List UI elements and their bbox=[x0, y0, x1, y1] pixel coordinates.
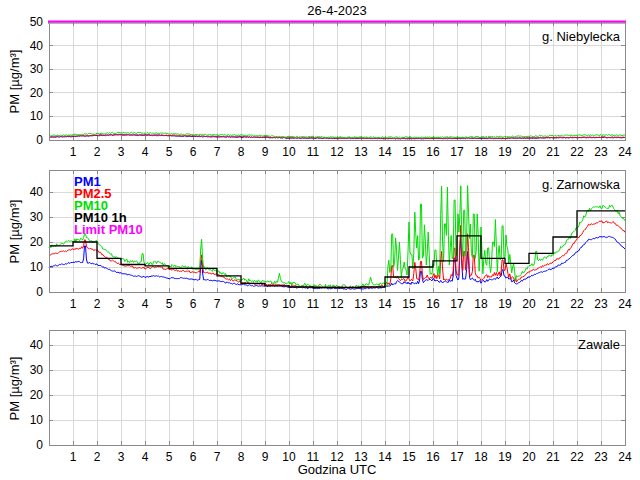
x-tick-label: 22 bbox=[565, 297, 589, 311]
x-tick-label: 23 bbox=[589, 145, 613, 159]
x-tick-label: 18 bbox=[469, 145, 493, 159]
x-tick-label: 5 bbox=[157, 297, 181, 311]
x-tick-label: 24 bbox=[613, 450, 637, 464]
x-tick-label: 10 bbox=[277, 297, 301, 311]
x-tick-label: 5 bbox=[157, 145, 181, 159]
x-tick-label: 12 bbox=[325, 450, 349, 464]
x-tick-label: 11 bbox=[301, 450, 325, 464]
x-tick-label: 23 bbox=[589, 297, 613, 311]
x-tick-label: 13 bbox=[349, 450, 373, 464]
x-tick-label: 21 bbox=[541, 297, 565, 311]
station-label-g-niebylecka: g. Niebylecka bbox=[542, 29, 620, 44]
x-tick-label: 17 bbox=[445, 145, 469, 159]
x-tick-label: 5 bbox=[157, 450, 181, 464]
x-tick-label: 4 bbox=[133, 145, 157, 159]
x-tick-label: 15 bbox=[397, 450, 421, 464]
x-tick-label: 18 bbox=[469, 297, 493, 311]
chart-title: 26-4-2023 bbox=[257, 3, 417, 18]
x-tick-label: 3 bbox=[109, 297, 133, 311]
x-tick-label: 7 bbox=[205, 145, 229, 159]
x-tick-label: 7 bbox=[205, 297, 229, 311]
x-tick-label: 24 bbox=[613, 297, 637, 311]
x-tick-label: 11 bbox=[301, 145, 325, 159]
x-tick-label: 2 bbox=[85, 450, 109, 464]
x-tick-label: 1 bbox=[61, 297, 85, 311]
x-tick-label: 20 bbox=[517, 450, 541, 464]
x-tick-label: 18 bbox=[469, 450, 493, 464]
x-tick-label: 1 bbox=[61, 450, 85, 464]
x-tick-label: 17 bbox=[445, 297, 469, 311]
x-tick-label: 6 bbox=[181, 145, 205, 159]
x-tick-label: 22 bbox=[565, 450, 589, 464]
x-tick-label: 12 bbox=[325, 145, 349, 159]
x-tick-label: 14 bbox=[373, 297, 397, 311]
x-tick-label: 24 bbox=[613, 145, 637, 159]
x-tick-label: 9 bbox=[253, 297, 277, 311]
x-tick-label: 1 bbox=[61, 145, 85, 159]
x-tick-label: 4 bbox=[133, 450, 157, 464]
x-tick-label: 20 bbox=[517, 297, 541, 311]
x-tick-label: 9 bbox=[253, 145, 277, 159]
x-tick-label: 3 bbox=[109, 450, 133, 464]
x-tick-label: 17 bbox=[445, 450, 469, 464]
x-tick-label: 10 bbox=[277, 450, 301, 464]
legend-item-limit-pm10: Limit PM10 bbox=[74, 224, 143, 236]
x-tick-label: 14 bbox=[373, 450, 397, 464]
station-label-g-zarnowska: g. Zarnowska bbox=[542, 177, 620, 192]
x-tick-label: 22 bbox=[565, 145, 589, 159]
x-tick-label: 19 bbox=[493, 145, 517, 159]
y-axis-label: PM [µg/m³] bbox=[7, 162, 22, 302]
air-quality-figure: 26-4-2023 Godzina UTC 010203040501234567… bbox=[0, 0, 640, 480]
y-axis-label: PM [µg/m³] bbox=[7, 318, 22, 458]
x-tick-label: 7 bbox=[205, 450, 229, 464]
x-tick-label: 16 bbox=[421, 450, 445, 464]
x-tick-label: 13 bbox=[349, 145, 373, 159]
x-tick-label: 15 bbox=[397, 145, 421, 159]
x-tick-label: 15 bbox=[397, 297, 421, 311]
plot-canvas bbox=[0, 0, 640, 480]
x-tick-label: 9 bbox=[253, 450, 277, 464]
x-tick-label: 6 bbox=[181, 450, 205, 464]
x-tick-label: 11 bbox=[301, 297, 325, 311]
x-tick-label: 2 bbox=[85, 145, 109, 159]
x-tick-label: 20 bbox=[517, 145, 541, 159]
x-tick-label: 3 bbox=[109, 145, 133, 159]
x-tick-label: 13 bbox=[349, 297, 373, 311]
x-tick-label: 8 bbox=[229, 450, 253, 464]
x-tick-label: 2 bbox=[85, 297, 109, 311]
x-tick-label: 4 bbox=[133, 297, 157, 311]
x-tick-label: 16 bbox=[421, 145, 445, 159]
x-tick-label: 12 bbox=[325, 297, 349, 311]
x-tick-label: 19 bbox=[493, 297, 517, 311]
x-tick-label: 8 bbox=[229, 297, 253, 311]
x-tick-label: 19 bbox=[493, 450, 517, 464]
y-axis-label: PM [µg/m³] bbox=[7, 12, 22, 152]
x-tick-label: 21 bbox=[541, 145, 565, 159]
x-tick-label: 16 bbox=[421, 297, 445, 311]
x-tick-label: 21 bbox=[541, 450, 565, 464]
x-axis-label: Godzina UTC bbox=[257, 462, 417, 477]
x-tick-label: 10 bbox=[277, 145, 301, 159]
x-tick-label: 8 bbox=[229, 145, 253, 159]
station-label-zawale: Zawale bbox=[578, 337, 620, 352]
x-tick-label: 14 bbox=[373, 145, 397, 159]
x-tick-label: 6 bbox=[181, 297, 205, 311]
x-tick-label: 23 bbox=[589, 450, 613, 464]
